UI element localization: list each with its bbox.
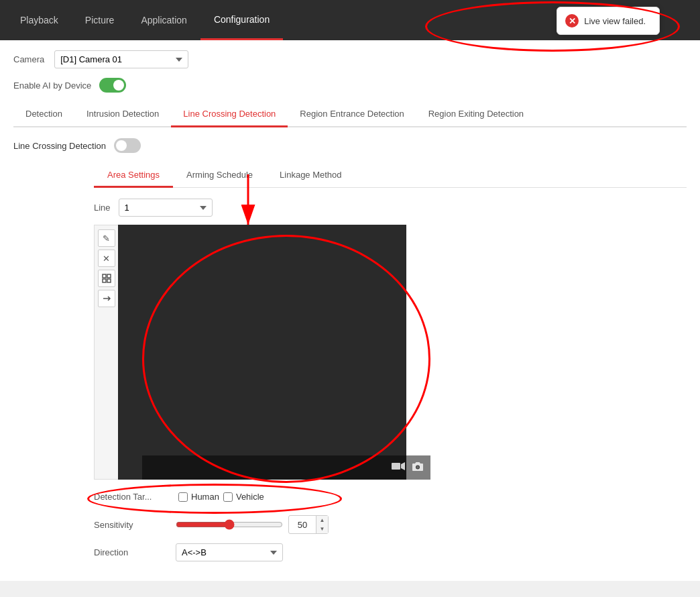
direction-select[interactable]: A<->B A->B B->A	[176, 543, 283, 561]
sub-tab-linkage-method[interactable]: Linkage Method	[266, 164, 355, 188]
sensitivity-value: 50	[298, 520, 307, 530]
enable-ai-label: Enable AI by Device	[13, 80, 91, 91]
annotation-circle-preview	[142, 235, 430, 483]
grid-tool-btn[interactable]	[98, 270, 115, 287]
video-record-btn[interactable]	[392, 462, 405, 474]
camera-select[interactable]: [D1] Camera 01	[54, 50, 188, 68]
tab-detection[interactable]: Detection	[13, 102, 74, 127]
vehicle-label: Vehicle	[236, 492, 264, 502]
sensitivity-label: Sensitivity	[94, 520, 168, 530]
lcd-toggle[interactable]	[114, 138, 141, 153]
top-nav: Playback Picture Application Configurati…	[0, 0, 700, 40]
human-checkbox-item[interactable]: Human	[178, 492, 219, 502]
lcd-label: Line Crossing Detection	[13, 141, 106, 151]
preview-canvas	[118, 225, 406, 480]
preview-bottom-bar	[142, 455, 430, 480]
alert-text: Live view failed.	[584, 16, 646, 26]
checkbox-group: Human Vehicle	[178, 492, 264, 502]
sub-tab-arming-schedule[interactable]: Arming Schedule	[173, 164, 266, 188]
lcd-row: Line Crossing Detection	[13, 138, 687, 153]
detection-target-row: Detection Tar... Human Vehicle	[94, 488, 687, 506]
slider-container: 50 ▲ ▼	[176, 515, 329, 534]
sensitivity-slider[interactable]	[176, 519, 283, 530]
svg-point-6	[416, 466, 419, 469]
live-view-alert: ✕ Live view failed.	[557, 7, 660, 35]
sub-tab-area-settings[interactable]: Area Settings	[94, 164, 173, 188]
sub-tabs: Area Settings Arming Schedule Linkage Me…	[94, 164, 687, 188]
spin-down-btn[interactable]: ▼	[316, 525, 328, 533]
nav-application[interactable]: Application	[127, 0, 200, 40]
svg-rect-4	[392, 463, 400, 470]
line-select[interactable]: 1 2 3 4	[119, 199, 213, 217]
tab-region-exiting[interactable]: Region Exiting Detection	[416, 102, 536, 127]
tab-line-crossing[interactable]: Line Crossing Detection	[171, 102, 288, 127]
direction-row: Direction A<->B A->B B->A	[94, 543, 687, 561]
line-row: Line 1 2 3 4	[94, 199, 687, 217]
camera-row: Camera [D1] Camera 01	[13, 50, 687, 68]
tab-intrusion[interactable]: Intrusion Detection	[74, 102, 171, 127]
sensitivity-value-box: 50 ▲ ▼	[288, 515, 329, 534]
svg-rect-3	[107, 279, 111, 282]
preview-container: ✎ ✕	[94, 225, 687, 480]
value-spinners: ▲ ▼	[316, 516, 328, 533]
nav-picture[interactable]: Picture	[72, 0, 128, 40]
human-label: Human	[191, 492, 219, 502]
draw-tool-btn[interactable]: ✎	[98, 229, 115, 247]
preview-tools: ✎ ✕	[94, 225, 118, 480]
svg-rect-2	[103, 279, 106, 282]
detection-tabs: Detection Intrusion Detection Line Cross…	[13, 102, 687, 127]
nav-configuration[interactable]: Configuration	[200, 0, 283, 40]
svg-rect-1	[107, 274, 111, 278]
tab-region-entrance[interactable]: Region Entrance Detection	[288, 102, 416, 127]
svg-rect-0	[103, 274, 106, 278]
spin-up-btn[interactable]: ▲	[316, 516, 328, 525]
vehicle-checkbox[interactable]	[223, 492, 233, 502]
nav-playback[interactable]: Playback	[7, 0, 72, 40]
flip-tool-btn[interactable]	[98, 290, 115, 307]
enable-ai-row: Enable AI by Device	[13, 78, 687, 93]
camera-label: Camera	[13, 54, 44, 64]
direction-label: Direction	[94, 547, 168, 557]
main-content: Camera [D1] Camera 01 Enable AI by Devic…	[0, 40, 700, 581]
human-checkbox[interactable]	[178, 492, 188, 502]
enable-ai-toggle[interactable]	[99, 78, 126, 93]
line-label: Line	[94, 203, 111, 213]
alert-error-icon: ✕	[565, 14, 579, 28]
sensitivity-row: Sensitivity 50 ▲ ▼	[94, 515, 687, 534]
vehicle-checkbox-item[interactable]: Vehicle	[223, 492, 264, 502]
clear-tool-btn[interactable]: ✕	[98, 250, 115, 267]
detection-target-label: Detection Tar...	[94, 492, 168, 502]
snapshot-btn[interactable]	[412, 461, 424, 474]
